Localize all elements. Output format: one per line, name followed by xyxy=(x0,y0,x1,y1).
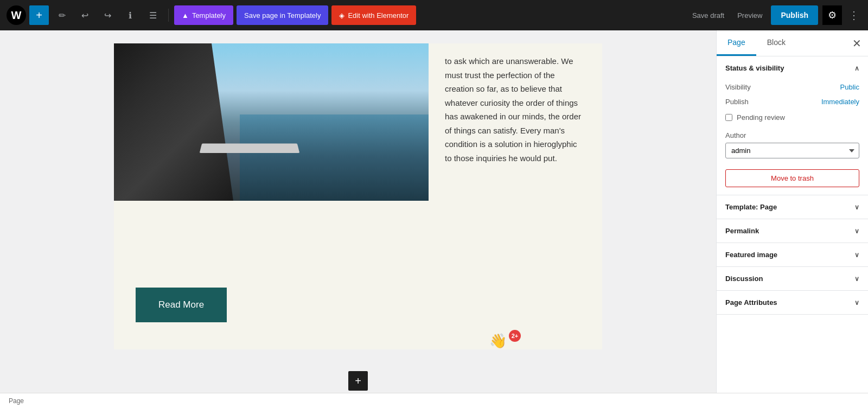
list-view-button[interactable]: ☰ xyxy=(143,5,163,25)
toolbar-right: Save draft Preview Publish ⚙ ⋮ xyxy=(688,5,861,25)
templately-button[interactable]: ▲ Templately xyxy=(174,5,233,25)
edit-mode-button[interactable]: ✏ xyxy=(52,5,72,25)
publish-schedule-value-link[interactable]: Immediately xyxy=(821,98,859,106)
sidebar-close-button[interactable]: ✕ xyxy=(852,38,861,49)
more-icon: ⋮ xyxy=(848,9,859,21)
discussion-label: Discussion xyxy=(725,275,763,283)
sidebar: Page Block ✕ Status & visibility ∧ Vi xyxy=(716,30,868,393)
save-templately-button[interactable]: Save page in Templately xyxy=(237,5,328,25)
status-visibility-chevron-up: ∧ xyxy=(854,65,859,72)
move-to-trash-button[interactable]: Move to trash xyxy=(725,169,859,187)
floating-emoji-container: 👋 2+ xyxy=(489,333,521,349)
permalink-header[interactable]: Permalink ∨ xyxy=(717,219,868,243)
status-visibility-content: Visibility Public Publish Immediately Pe… xyxy=(717,80,868,195)
hand-emoji: 👋 xyxy=(489,333,507,349)
redo-button[interactable]: ↪ xyxy=(98,5,117,25)
close-icon: ✕ xyxy=(852,37,861,49)
visibility-row: Visibility Public xyxy=(725,80,859,94)
template-label: Template: Page xyxy=(725,203,777,211)
block-tab[interactable]: Block xyxy=(756,30,796,56)
list-icon: ☰ xyxy=(149,10,157,21)
preview-button[interactable]: Preview xyxy=(733,8,767,23)
notification-badge: 2+ xyxy=(509,330,521,342)
author-select[interactable]: admin xyxy=(725,143,859,158)
toolbar-left: W + ✏ ↩ ↪ ℹ ☰ ▲ Templately xyxy=(7,5,684,25)
status-bar: Page xyxy=(0,393,868,408)
content-paragraph: to ask which are unanswerable. We must t… xyxy=(445,54,586,165)
editor-area: to ask which are unanswerable. We must t… xyxy=(0,30,716,393)
permalink-chevron-down: ∨ xyxy=(854,227,859,235)
elementor-button[interactable]: ◈ Edit with Elementor xyxy=(331,5,416,25)
template-chevron-down: ∨ xyxy=(854,203,859,211)
status-visibility-section: Status & visibility ∧ Visibility Public … xyxy=(717,56,868,195)
author-section: Author admin xyxy=(725,126,859,164)
sidebar-scroll: Status & visibility ∧ Visibility Public … xyxy=(717,56,868,393)
featured-image-header[interactable]: Featured image ∨ xyxy=(717,243,868,266)
read-more-button[interactable]: Read More xyxy=(136,288,227,322)
template-section: Template: Page ∨ xyxy=(717,195,868,219)
water-element xyxy=(240,114,429,201)
visibility-value-link[interactable]: Public xyxy=(840,83,859,91)
content-block: to ask which are unanswerable. We must t… xyxy=(114,43,602,271)
info-button[interactable]: ℹ xyxy=(120,5,140,25)
road-element xyxy=(200,144,300,153)
publish-button[interactable]: Publish xyxy=(771,5,818,25)
page-attributes-header[interactable]: Page Attributes ∨ xyxy=(717,291,868,314)
redo-icon: ↪ xyxy=(104,10,111,21)
wp-logo[interactable]: W xyxy=(7,5,26,25)
templately-icon: ▲ xyxy=(182,11,189,20)
add-block-button[interactable]: + xyxy=(29,5,49,25)
main-area: to ask which are unanswerable. We must t… xyxy=(0,30,868,393)
elementor-icon: ◈ xyxy=(339,11,344,20)
status-bar-label: Page xyxy=(9,397,24,405)
page-tab-label: Page xyxy=(727,38,745,47)
status-visibility-header[interactable]: Status & visibility ∧ xyxy=(717,56,868,80)
featured-image-chevron-down: ∨ xyxy=(854,251,859,259)
discussion-header[interactable]: Discussion ∨ xyxy=(717,267,868,290)
content-text[interactable]: to ask which are unanswerable. We must t… xyxy=(429,43,602,271)
add-block-inline-button[interactable]: + xyxy=(348,371,368,391)
preview-label: Preview xyxy=(737,11,762,20)
page-attributes-section: Page Attributes ∨ xyxy=(717,291,868,315)
permalink-section: Permalink ∨ xyxy=(717,219,868,243)
undo-button[interactable]: ↩ xyxy=(75,5,94,25)
pending-review-checkbox[interactable] xyxy=(725,114,732,121)
editor-content: to ask which are unanswerable. We must t… xyxy=(114,43,602,349)
coastal-image xyxy=(114,43,429,201)
templately-label: Templately xyxy=(192,11,226,20)
move-to-trash-label: Move to trash xyxy=(771,174,814,182)
settings-icon: ⚙ xyxy=(828,9,837,21)
pending-review-row: Pending review xyxy=(725,109,859,126)
read-more-label: Read More xyxy=(158,299,204,310)
page-tab[interactable]: Page xyxy=(717,30,756,56)
featured-image-label: Featured image xyxy=(725,251,777,259)
block-tab-label: Block xyxy=(767,38,786,47)
publish-schedule-label: Publish xyxy=(725,98,749,106)
template-header[interactable]: Template: Page ∨ xyxy=(717,195,868,219)
more-options-button[interactable]: ⋮ xyxy=(846,7,861,24)
info-icon: ℹ xyxy=(129,10,132,21)
add-block-area: + xyxy=(348,371,368,391)
discussion-section: Discussion ∨ xyxy=(717,267,868,291)
publish-label: Publish xyxy=(781,11,808,20)
add-block-inline-icon: + xyxy=(355,375,361,387)
permalink-label: Permalink xyxy=(725,227,759,235)
pencil-icon: ✏ xyxy=(59,10,66,21)
status-visibility-title: Status & visibility xyxy=(725,64,784,72)
toolbar-divider-1 xyxy=(168,9,169,22)
save-draft-button[interactable]: Save draft xyxy=(688,8,729,23)
cliff-element xyxy=(114,43,233,201)
pending-review-label: Pending review xyxy=(737,113,785,122)
author-label: Author xyxy=(725,131,859,139)
featured-image-section: Featured image ∨ xyxy=(717,243,868,267)
discussion-chevron-down: ∨ xyxy=(854,275,859,283)
visibility-label: Visibility xyxy=(725,83,751,91)
content-image[interactable] xyxy=(114,43,429,271)
toolbar: W + ✏ ↩ ↪ ℹ ☰ ▲ Templately xyxy=(0,0,868,30)
publish-schedule-row: Publish Immediately xyxy=(725,94,859,109)
image-scene xyxy=(114,43,429,201)
elementor-label: Edit with Elementor xyxy=(348,11,409,20)
settings-button[interactable]: ⚙ xyxy=(822,5,842,25)
sidebar-header: Page Block ✕ xyxy=(717,30,868,56)
page-attributes-label: Page Attributes xyxy=(725,298,777,307)
